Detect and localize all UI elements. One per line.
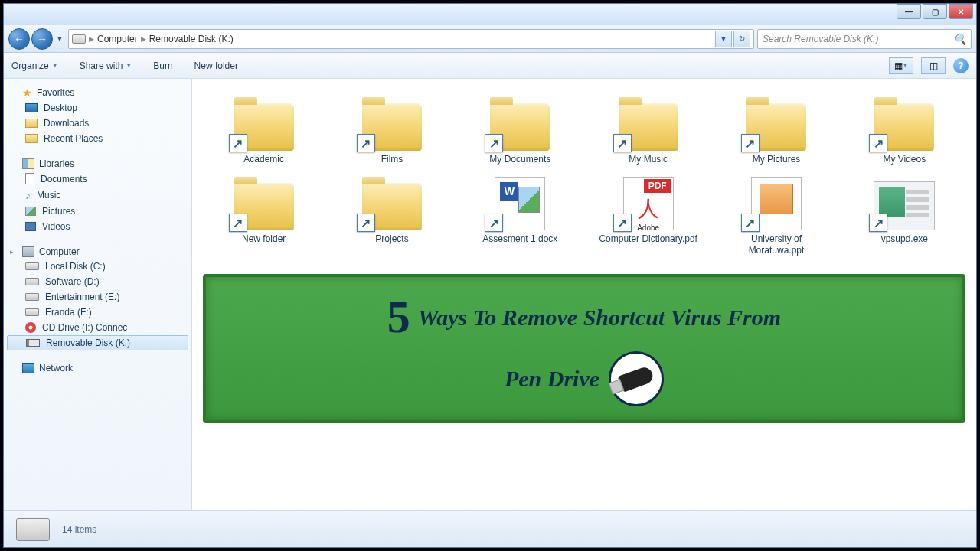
navigation-sidebar: ★Favorites Desktop Downloads Recent Plac… bbox=[4, 79, 192, 510]
newfolder-button[interactable]: New folder bbox=[194, 60, 238, 71]
burn-button[interactable]: Burn bbox=[153, 60, 172, 71]
overlay-banner: 5 Ways To Remove Shortcut Virus From Pen… bbox=[203, 274, 965, 423]
pictures-icon bbox=[25, 207, 36, 216]
minimize-button[interactable]: — bbox=[897, 4, 921, 19]
file-item[interactable]: ↗Films bbox=[329, 91, 454, 165]
shortcut-arrow-icon: ↗ bbox=[485, 134, 503, 152]
sidebar-item-drive-e[interactable]: Entertainment (E:) bbox=[4, 289, 191, 305]
banner-number: 5 bbox=[387, 291, 410, 344]
shortcut-arrow-icon: ↗ bbox=[741, 214, 760, 232]
history-dropdown[interactable]: ▼ bbox=[54, 28, 65, 50]
shortcut-arrow-icon: ↗ bbox=[613, 134, 632, 152]
maximize-button[interactable]: ▢ bbox=[923, 4, 947, 19]
music-icon: ♪ bbox=[25, 189, 31, 201]
file-label: Academic bbox=[243, 154, 284, 165]
address-bar[interactable]: ▶ Computer ▶ Removable Disk (K:) ▼ ↻ bbox=[68, 29, 754, 49]
file-grid: ↗Academic↗Films↗My Documents↗My Music↗My… bbox=[192, 79, 976, 268]
breadcrumb-separator: ▶ bbox=[89, 35, 94, 43]
drive-icon bbox=[25, 278, 39, 285]
shortcut-arrow-icon: ↗ bbox=[613, 214, 632, 232]
sidebar-item-removable-k[interactable]: Removable Disk (K:) bbox=[7, 335, 188, 350]
file-label: University of Moratuwa.ppt bbox=[727, 233, 826, 256]
sidebar-item-desktop[interactable]: Desktop bbox=[4, 100, 191, 116]
close-button[interactable]: ✕ bbox=[949, 4, 973, 19]
toolbar: Organize▼ Share with▼ Burn New folder ▦ … bbox=[4, 53, 976, 79]
shortcut-arrow-icon: ↗ bbox=[741, 134, 760, 152]
sidebar-item-documents[interactable]: Documents bbox=[4, 171, 191, 187]
file-item[interactable]: ↗Academic bbox=[201, 91, 326, 165]
preview-pane-button[interactable]: ◫ bbox=[921, 57, 946, 74]
drive-icon bbox=[25, 262, 39, 270]
document-icon bbox=[25, 173, 34, 184]
favorites-group[interactable]: ★Favorites bbox=[4, 85, 191, 100]
refresh-button[interactable]: ↻ bbox=[733, 31, 750, 47]
view-mode-button[interactable]: ▦ ▼ bbox=[889, 57, 913, 74]
file-label: My Documents bbox=[489, 154, 550, 165]
libraries-group[interactable]: Libraries bbox=[4, 157, 191, 171]
organize-menu[interactable]: Organize▼ bbox=[11, 60, 58, 71]
shortcut-arrow-icon: ↗ bbox=[357, 214, 375, 232]
file-item[interactable]: ↗My Documents bbox=[458, 91, 583, 165]
file-item[interactable]: ↗My Music bbox=[586, 91, 710, 165]
usb-graphic-icon bbox=[609, 351, 664, 406]
file-label: Projects bbox=[375, 233, 408, 244]
shortcut-arrow-icon: ↗ bbox=[229, 134, 247, 152]
file-item[interactable]: ↗New folder bbox=[201, 171, 326, 256]
search-input[interactable]: Search Removable Disk (K:) 🔍 bbox=[757, 29, 972, 49]
file-label: Films bbox=[381, 154, 403, 165]
banner-text-1: Ways To Remove Shortcut Virus From bbox=[418, 305, 781, 331]
cd-icon bbox=[25, 322, 36, 333]
file-label: My Pictures bbox=[753, 154, 801, 165]
breadcrumb-current[interactable]: Removable Disk (K:) bbox=[149, 34, 234, 44]
sidebar-item-drive-c[interactable]: Local Disk (C:) bbox=[4, 259, 191, 274]
drive-icon bbox=[25, 308, 39, 316]
file-item[interactable]: ↗Projects bbox=[329, 171, 454, 256]
desktop-icon bbox=[25, 103, 38, 112]
file-item[interactable]: ↗Assesment 1.docx bbox=[458, 171, 583, 256]
file-item[interactable]: ↗My Pictures bbox=[714, 91, 838, 165]
status-bar: 14 items bbox=[4, 510, 976, 547]
network-icon bbox=[22, 363, 34, 373]
network-group[interactable]: Network bbox=[4, 361, 191, 375]
file-item[interactable]: ↗vpsupd.exe bbox=[842, 171, 967, 256]
videos-icon bbox=[25, 222, 36, 231]
drive-icon bbox=[72, 34, 86, 44]
computer-icon bbox=[22, 246, 34, 257]
item-count: 14 items bbox=[62, 524, 96, 535]
back-button[interactable]: ← bbox=[8, 28, 30, 50]
sidebar-item-pictures[interactable]: Pictures bbox=[4, 204, 191, 219]
share-menu[interactable]: Share with▼ bbox=[80, 60, 132, 71]
search-placeholder: Search Removable Disk (K:) bbox=[763, 34, 878, 44]
file-label: Computer Dictionary.pdf bbox=[599, 233, 697, 244]
file-item[interactable]: ↗My Videos bbox=[842, 91, 967, 165]
file-item[interactable]: PDF人Adobe↗Computer Dictionary.pdf bbox=[586, 171, 710, 256]
usb-drive-icon bbox=[26, 339, 40, 347]
forward-button[interactable]: → bbox=[31, 28, 53, 50]
star-icon: ★ bbox=[22, 86, 32, 99]
libraries-icon bbox=[22, 158, 34, 169]
content-pane: ↗Academic↗Films↗My Documents↗My Music↗My… bbox=[192, 79, 976, 510]
file-label: New folder bbox=[242, 233, 286, 244]
shortcut-arrow-icon: ↗ bbox=[485, 214, 503, 232]
file-label: Assesment 1.docx bbox=[482, 233, 557, 244]
sidebar-item-drive-f[interactable]: Eranda (F:) bbox=[4, 305, 191, 320]
shortcut-arrow-icon: ↗ bbox=[357, 134, 375, 152]
navigation-bar: ← → ▼ ▶ Computer ▶ Removable Disk (K:) ▼… bbox=[4, 25, 976, 53]
drive-icon bbox=[25, 293, 39, 301]
folder-icon bbox=[25, 119, 38, 128]
address-dropdown[interactable]: ▼ bbox=[715, 31, 732, 47]
search-icon: 🔍 bbox=[953, 33, 966, 45]
file-item[interactable]: ↗University of Moratuwa.ppt bbox=[714, 171, 838, 256]
breadcrumb-computer[interactable]: Computer bbox=[97, 34, 138, 44]
sidebar-item-videos[interactable]: Videos bbox=[4, 219, 191, 234]
drive-icon bbox=[16, 518, 50, 541]
sidebar-item-recent[interactable]: Recent Places bbox=[4, 131, 191, 146]
computer-group[interactable]: ▸Computer bbox=[4, 245, 191, 259]
help-button[interactable]: ? bbox=[953, 58, 969, 73]
file-label: My Music bbox=[629, 154, 668, 165]
sidebar-item-downloads[interactable]: Downloads bbox=[4, 116, 191, 131]
folder-icon bbox=[25, 134, 38, 143]
sidebar-item-drive-d[interactable]: Software (D:) bbox=[4, 274, 191, 289]
sidebar-item-cd-drive[interactable]: CD Drive (I:) Connec bbox=[4, 320, 191, 335]
sidebar-item-music[interactable]: ♪Music bbox=[4, 187, 191, 204]
